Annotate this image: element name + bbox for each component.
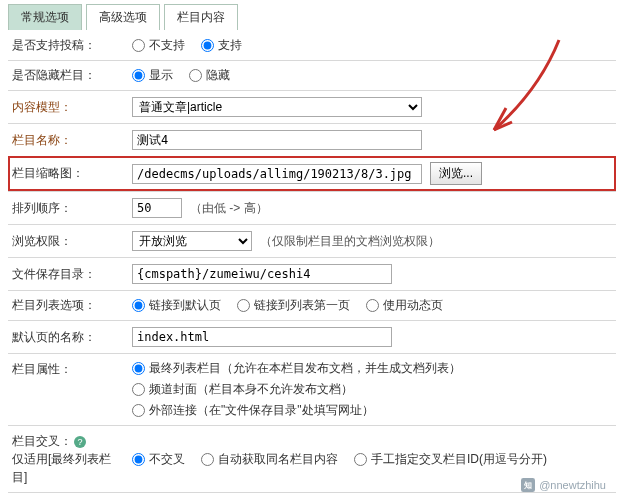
radio-support[interactable] [201,39,214,52]
row-perm: 浏览权限： 开放浏览 （仅限制栏目里的文档浏览权限） [8,224,616,257]
label-cross-sub: 仅适用[最终列表栏目] [12,452,111,484]
radio-no-cross[interactable] [132,453,145,466]
input-default-page[interactable] [132,327,392,347]
input-thumbnail[interactable] [132,164,422,184]
select-model[interactable]: 普通文章|article [132,97,422,117]
label-save-dir: 文件保存目录： [12,266,132,283]
radio-auto-cross[interactable] [201,453,214,466]
label-list-opt: 栏目列表选项： [12,297,132,314]
watermark: 知 @nnewtzhihu [521,478,606,492]
browse-button[interactable]: 浏览... [430,162,482,185]
radio-no-support[interactable] [132,39,145,52]
select-perm[interactable]: 开放浏览 [132,231,252,251]
row-attr: 栏目属性： 最终列表栏目（允许在本栏目发布文档，并生成文档列表） 频道封面（栏目… [8,353,616,425]
input-name[interactable] [132,130,422,150]
row-thumbnail: 栏目缩略图： 浏览... [8,156,616,191]
action-row: 确定 返回 [8,492,616,500]
label-hidden: 是否隐藏栏目： [12,67,132,84]
label-name: 栏目名称： [12,132,132,149]
label-support-submit: 是否支持投稿： [12,37,132,54]
tab-bar: 常规选项 高级选项 栏目内容 [0,0,624,30]
label-attr: 栏目属性： [12,360,132,378]
radio-manual-cross[interactable] [354,453,367,466]
label-perm: 浏览权限： [12,233,132,250]
row-sort: 排列顺序： （由低 -> 高） [8,191,616,224]
radio-show[interactable] [132,69,145,82]
radio-final-list[interactable] [132,362,145,375]
row-list-opt: 栏目列表选项： 链接到默认页 链接到列表第一页 使用动态页 [8,290,616,320]
tab-advanced[interactable]: 高级选项 [86,4,160,30]
settings-form: 是否支持投稿： 不支持 支持 是否隐藏栏目： 显示 隐藏 内容模型： 普通文章|… [0,30,624,500]
row-save-dir: 文件保存目录： [8,257,616,290]
radio-hide[interactable] [189,69,202,82]
hint-perm: （仅限制栏目里的文档浏览权限） [260,233,440,250]
radio-external-link[interactable] [132,404,145,417]
row-model: 内容模型： 普通文章|article [8,90,616,123]
help-icon[interactable]: ? [74,436,86,448]
row-default-page: 默认页的名称： [8,320,616,353]
label-sort: 排列顺序： [12,200,132,217]
label-thumbnail: 栏目缩略图： [12,165,132,182]
zhihu-icon: 知 [521,478,535,492]
input-sort[interactable] [132,198,182,218]
label-cross: 栏目交叉：? 仅适用[最终列表栏目] [12,432,132,486]
tab-content[interactable]: 栏目内容 [164,4,238,30]
radio-channel-cover[interactable] [132,383,145,396]
tab-general[interactable]: 常规选项 [8,4,82,30]
row-name: 栏目名称： [8,123,616,156]
radio-first-page[interactable] [237,299,250,312]
row-support-submit: 是否支持投稿： 不支持 支持 [8,30,616,60]
label-model: 内容模型： [12,99,132,116]
label-default-page: 默认页的名称： [12,329,132,346]
hint-sort: （由低 -> 高） [190,200,268,217]
radio-dynamic-page[interactable] [366,299,379,312]
row-hidden: 是否隐藏栏目： 显示 隐藏 [8,60,616,90]
input-save-dir[interactable] [132,264,392,284]
radio-default-page[interactable] [132,299,145,312]
svg-text:知: 知 [523,481,532,490]
